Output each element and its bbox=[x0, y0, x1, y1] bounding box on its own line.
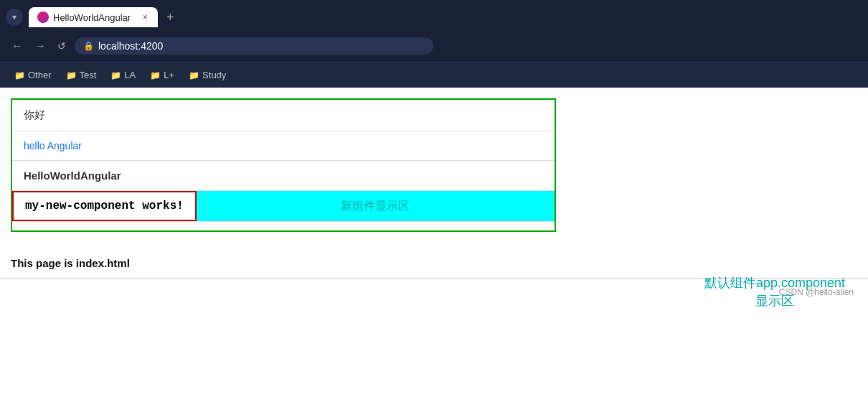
folder-icon: 📁 bbox=[110, 70, 121, 80]
link-row: hello Angular bbox=[12, 131, 555, 161]
refresh-button[interactable]: ↺ bbox=[55, 37, 69, 55]
bottom-text: This page is index.html bbox=[0, 243, 868, 275]
bookmark-study[interactable]: 📁 Study bbox=[183, 67, 232, 83]
bookmark-label: Test bbox=[80, 70, 97, 80]
tab-bar: ▾ HelloWorldAngular × + bbox=[0, 0, 868, 30]
page-content: 你好 hello Angular HelloWorldAngular my-ne… bbox=[0, 88, 868, 403]
app-title-text: HelloWorldAngular bbox=[24, 169, 121, 182]
tab-close-button[interactable]: × bbox=[141, 12, 149, 22]
app-title-row: HelloWorldAngular bbox=[12, 161, 555, 191]
bookmark-label: Study bbox=[202, 70, 226, 80]
tab-favicon bbox=[37, 11, 49, 23]
greeting-row: 你好 bbox=[12, 100, 555, 131]
new-tab-button[interactable]: + bbox=[162, 9, 179, 27]
tab-group-icon: ▾ bbox=[12, 12, 16, 22]
spacer bbox=[12, 222, 555, 230]
lock-icon: 🔒 bbox=[83, 41, 94, 51]
folder-icon: 📁 bbox=[189, 70, 199, 80]
app-component-box: 你好 hello Angular HelloWorldAngular my-ne… bbox=[11, 98, 556, 232]
address-input[interactable] bbox=[98, 40, 425, 52]
bookmark-label: Other bbox=[28, 70, 52, 80]
address-bar: ← → ↺ 🔒 bbox=[0, 30, 868, 62]
folder-icon: 📁 bbox=[66, 70, 77, 80]
folder-icon: 📁 bbox=[14, 70, 25, 80]
new-component-label: 新组件显示区 bbox=[197, 192, 555, 221]
bookmark-test[interactable]: 📁 Test bbox=[60, 67, 103, 83]
component-works-box: my-new-component works! bbox=[12, 191, 197, 221]
active-tab[interactable]: HelloWorldAngular × bbox=[29, 7, 158, 27]
back-button[interactable]: ← bbox=[9, 37, 26, 55]
tab-title: HelloWorldAngular bbox=[53, 12, 136, 23]
bookmark-la[interactable]: 📁 LA bbox=[105, 67, 141, 83]
bookmark-lplus[interactable]: 📁 L+ bbox=[144, 67, 180, 83]
greeting-text: 你好 bbox=[24, 108, 45, 121]
cyan-component-row: my-new-component works! 新组件显示区 bbox=[12, 191, 555, 222]
bookmark-other[interactable]: 📁 Other bbox=[9, 67, 57, 83]
browser-chrome: ▾ HelloWorldAngular × + ← → ↺ 🔒 📁 Other … bbox=[0, 0, 868, 88]
address-input-wrapper[interactable]: 🔒 bbox=[75, 37, 433, 55]
bookmark-label: LA bbox=[124, 70, 136, 80]
bookmarks-bar: 📁 Other 📁 Test 📁 LA 📁 L+ 📁 Study bbox=[0, 62, 868, 88]
forward-button[interactable]: → bbox=[32, 37, 49, 55]
side-label: 默认组件app.component显示区 bbox=[703, 274, 846, 310]
folder-icon: 📁 bbox=[150, 70, 161, 80]
tab-group-button[interactable]: ▾ bbox=[6, 9, 23, 26]
hello-angular-link[interactable]: hello Angular bbox=[24, 140, 82, 151]
bookmark-label: L+ bbox=[164, 70, 174, 80]
component-works-text: my-new-component works! bbox=[25, 200, 184, 213]
